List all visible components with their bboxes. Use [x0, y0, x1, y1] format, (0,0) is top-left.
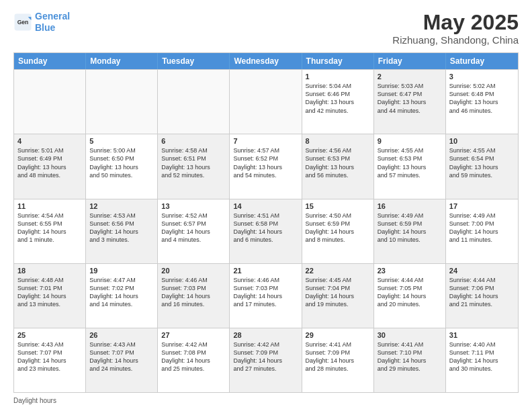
calendar: SundayMondayTuesdayWednesdayThursdayFrid…	[13, 52, 519, 393]
logo-text: General Blue	[35, 11, 70, 34]
calendar-header-row: SundayMondayTuesdayWednesdayThursdayFrid…	[14, 53, 518, 69]
calendar-cell: 22Sunrise: 4:45 AM Sunset: 7:04 PM Dayli…	[302, 264, 374, 328]
logo-line2: Blue	[35, 22, 55, 33]
cell-text: Sunrise: 5:01 AM Sunset: 6:49 PM Dayligh…	[17, 146, 82, 179]
calendar-cell: 11Sunrise: 4:54 AM Sunset: 6:55 PM Dayli…	[14, 199, 86, 263]
calendar-cell: 20Sunrise: 4:46 AM Sunset: 7:03 PM Dayli…	[158, 264, 230, 328]
day-number: 13	[161, 202, 226, 210]
logo: Gen General Blue	[13, 11, 70, 34]
cell-text: Sunrise: 4:55 AM Sunset: 6:54 PM Dayligh…	[449, 146, 515, 179]
day-number: 22	[306, 267, 370, 275]
day-number: 18	[17, 267, 82, 275]
calendar-header-cell-wednesday: Wednesday	[230, 53, 302, 69]
day-number: 24	[449, 267, 515, 275]
calendar-cell: 28Sunrise: 4:42 AM Sunset: 7:09 PM Dayli…	[230, 328, 302, 392]
calendar-cell: 1Sunrise: 5:04 AM Sunset: 6:46 PM Daylig…	[302, 70, 374, 134]
day-number: 20	[161, 267, 226, 275]
calendar-week-4: 25Sunrise: 4:43 AM Sunset: 7:07 PM Dayli…	[14, 328, 518, 392]
day-number: 25	[17, 331, 82, 339]
day-number: 17	[449, 202, 515, 210]
day-number: 7	[233, 137, 298, 145]
calendar-week-0: 1Sunrise: 5:04 AM Sunset: 6:46 PM Daylig…	[14, 69, 518, 134]
day-number: 12	[89, 202, 154, 210]
calendar-week-2: 11Sunrise: 4:54 AM Sunset: 6:55 PM Dayli…	[14, 199, 518, 263]
cell-text: Sunrise: 4:55 AM Sunset: 6:53 PM Dayligh…	[378, 146, 442, 179]
logo-icon: Gen	[13, 13, 32, 32]
calendar-cell	[158, 70, 230, 134]
calendar-cell: 13Sunrise: 4:52 AM Sunset: 6:57 PM Dayli…	[158, 199, 230, 263]
calendar-header-cell-friday: Friday	[374, 53, 446, 69]
day-number: 15	[306, 202, 370, 210]
day-number: 23	[378, 267, 442, 275]
title-block: May 2025 Rizhuang, Shandong, China	[392, 11, 519, 46]
cell-text: Sunrise: 4:42 AM Sunset: 7:08 PM Dayligh…	[161, 340, 226, 373]
day-number: 31	[449, 331, 515, 339]
day-number: 4	[17, 137, 82, 145]
day-number: 14	[233, 202, 298, 210]
day-number: 16	[378, 202, 442, 210]
day-number: 27	[161, 331, 226, 339]
day-number: 30	[378, 331, 442, 339]
calendar-header-cell-monday: Monday	[86, 53, 158, 69]
calendar-header-cell-saturday: Saturday	[446, 53, 518, 69]
calendar-cell: 12Sunrise: 4:53 AM Sunset: 6:56 PM Dayli…	[86, 199, 158, 263]
cell-text: Sunrise: 4:48 AM Sunset: 7:01 PM Dayligh…	[17, 276, 82, 309]
day-number: 1	[306, 73, 370, 81]
calendar-cell: 15Sunrise: 4:50 AM Sunset: 6:59 PM Dayli…	[302, 199, 374, 263]
day-number: 9	[378, 137, 442, 145]
cell-text: Sunrise: 4:53 AM Sunset: 6:56 PM Dayligh…	[89, 212, 154, 244]
calendar-cell: 30Sunrise: 4:41 AM Sunset: 7:10 PM Dayli…	[374, 328, 446, 392]
calendar-cell: 23Sunrise: 4:44 AM Sunset: 7:05 PM Dayli…	[374, 264, 446, 328]
calendar-cell: 17Sunrise: 4:49 AM Sunset: 7:00 PM Dayli…	[446, 199, 518, 263]
calendar-cell: 6Sunrise: 4:58 AM Sunset: 6:51 PM Daylig…	[158, 134, 230, 198]
day-number: 11	[17, 202, 82, 210]
calendar-cell: 8Sunrise: 4:56 AM Sunset: 6:53 PM Daylig…	[302, 134, 374, 198]
calendar-header-cell-tuesday: Tuesday	[158, 53, 230, 69]
cell-text: Sunrise: 4:56 AM Sunset: 6:53 PM Dayligh…	[306, 146, 370, 179]
calendar-cell: 7Sunrise: 4:57 AM Sunset: 6:52 PM Daylig…	[230, 134, 302, 198]
cell-text: Sunrise: 4:54 AM Sunset: 6:55 PM Dayligh…	[17, 212, 82, 244]
calendar-cell: 29Sunrise: 4:41 AM Sunset: 7:09 PM Dayli…	[302, 328, 374, 392]
day-number: 26	[89, 331, 154, 339]
day-number: 8	[306, 137, 370, 145]
cell-text: Sunrise: 4:47 AM Sunset: 7:02 PM Dayligh…	[89, 276, 154, 309]
calendar-cell	[14, 70, 86, 134]
calendar-cell: 19Sunrise: 4:47 AM Sunset: 7:02 PM Dayli…	[86, 264, 158, 328]
cell-text: Sunrise: 4:43 AM Sunset: 7:07 PM Dayligh…	[17, 340, 82, 373]
page: Gen General Blue May 2025 Rizhuang, Shan…	[0, 0, 532, 411]
calendar-cell: 3Sunrise: 5:02 AM Sunset: 6:48 PM Daylig…	[446, 70, 518, 134]
cell-text: Sunrise: 5:03 AM Sunset: 6:47 PM Dayligh…	[378, 82, 442, 115]
calendar-cell: 10Sunrise: 4:55 AM Sunset: 6:54 PM Dayli…	[446, 134, 518, 198]
cell-text: Sunrise: 4:45 AM Sunset: 7:04 PM Dayligh…	[306, 276, 370, 309]
calendar-cell	[86, 70, 158, 134]
calendar-cell: 14Sunrise: 4:51 AM Sunset: 6:58 PM Dayli…	[230, 199, 302, 263]
header: Gen General Blue May 2025 Rizhuang, Shan…	[13, 11, 519, 46]
cell-text: Sunrise: 4:49 AM Sunset: 6:59 PM Dayligh…	[378, 212, 442, 244]
day-number: 3	[449, 73, 515, 81]
footer-text: Daylight hours	[13, 397, 56, 404]
day-number: 6	[161, 137, 226, 145]
calendar-header-cell-sunday: Sunday	[14, 53, 86, 69]
day-number: 5	[89, 137, 154, 145]
cell-text: Sunrise: 4:52 AM Sunset: 6:57 PM Dayligh…	[161, 212, 226, 244]
cell-text: Sunrise: 5:04 AM Sunset: 6:46 PM Dayligh…	[306, 82, 370, 115]
day-number: 29	[306, 331, 370, 339]
day-number: 10	[449, 137, 515, 145]
main-title: May 2025	[392, 11, 519, 34]
calendar-cell: 9Sunrise: 4:55 AM Sunset: 6:53 PM Daylig…	[374, 134, 446, 198]
calendar-week-3: 18Sunrise: 4:48 AM Sunset: 7:01 PM Dayli…	[14, 263, 518, 328]
day-number: 21	[233, 267, 298, 275]
cell-text: Sunrise: 4:43 AM Sunset: 7:07 PM Dayligh…	[89, 340, 154, 373]
calendar-cell: 4Sunrise: 5:01 AM Sunset: 6:49 PM Daylig…	[14, 134, 86, 198]
cell-text: Sunrise: 4:41 AM Sunset: 7:09 PM Dayligh…	[306, 340, 370, 373]
cell-text: Sunrise: 4:42 AM Sunset: 7:09 PM Dayligh…	[233, 340, 298, 373]
svg-text:Gen: Gen	[17, 19, 29, 26]
day-number: 19	[89, 267, 154, 275]
footer: Daylight hours	[13, 397, 519, 404]
calendar-cell: 18Sunrise: 4:48 AM Sunset: 7:01 PM Dayli…	[14, 264, 86, 328]
cell-text: Sunrise: 5:00 AM Sunset: 6:50 PM Dayligh…	[89, 146, 154, 179]
day-number: 28	[233, 331, 298, 339]
cell-text: Sunrise: 5:02 AM Sunset: 6:48 PM Dayligh…	[449, 82, 515, 115]
cell-text: Sunrise: 4:57 AM Sunset: 6:52 PM Dayligh…	[233, 146, 298, 179]
cell-text: Sunrise: 4:49 AM Sunset: 7:00 PM Dayligh…	[449, 212, 515, 244]
